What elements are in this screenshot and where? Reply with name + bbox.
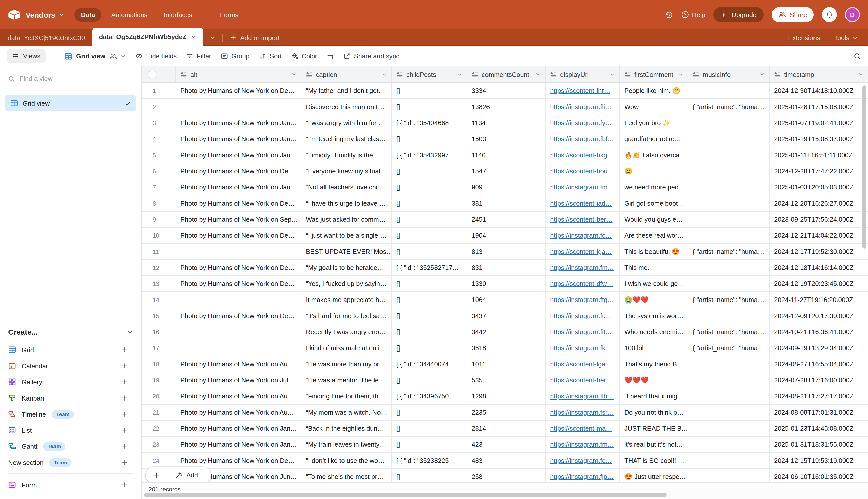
- plus-icon[interactable]: [121, 346, 128, 353]
- cell-displayUrl[interactable]: https://scontent-hou…: [546, 163, 620, 179]
- cell-musicInfo[interactable]: [688, 356, 770, 372]
- cell-timestamp[interactable]: 2024-12-09T20:17:30.000Z: [770, 308, 868, 324]
- column-header-commentsCount[interactable]: commentsCount: [467, 66, 546, 82]
- table-tab-active[interactable]: data_Og5Zq6ZPNhWb5ydeZ: [92, 28, 203, 46]
- table-row[interactable]: 19Photo by Humans of New York on Jul…“He…: [142, 373, 868, 388]
- cell-alt[interactable]: Photo by Humans of New York on Jan…: [176, 131, 301, 147]
- table-row[interactable]: 7Photo by Humans of New York on Jan…“Not…: [142, 179, 868, 195]
- table-row[interactable]: 15Photo by Humans of New York on De…“It’…: [142, 308, 868, 324]
- cell-displayUrl[interactable]: https://scontent-ber…: [546, 373, 620, 388]
- table-row[interactable]: 3Photo by Humans of New York on Jan…“I w…: [142, 115, 868, 131]
- cell-caption[interactable]: “He was a mentor. The le…: [301, 373, 392, 388]
- cell-commentsCount[interactable]: 1011: [467, 356, 546, 372]
- cell-caption[interactable]: “I’m teaching my last clas…: [301, 131, 392, 147]
- cell-childPosts[interactable]: []: [392, 99, 467, 114]
- cell-musicInfo[interactable]: [688, 115, 770, 131]
- cell-timestamp[interactable]: 2024-12-19T20:23:45.000Z: [770, 276, 868, 291]
- cell-caption[interactable]: “Finding time for them, th…: [301, 388, 392, 404]
- cell-alt[interactable]: Photo by Humans of New York on Au…: [176, 388, 301, 404]
- chevron-down-icon[interactable]: [535, 72, 541, 77]
- cell-musicInfo[interactable]: { "artist_name": "huma…: [688, 244, 770, 259]
- table-row[interactable]: 5Photo by Humans of New York on Jan…“Tim…: [142, 147, 868, 163]
- column-header-childPosts[interactable]: childPosts: [392, 66, 467, 82]
- cell-firstComment[interactable]: This me.: [620, 260, 688, 276]
- cell-musicInfo[interactable]: [688, 469, 770, 483]
- table-row[interactable]: 21Photo by Humans of New York on Au…“My …: [142, 404, 868, 421]
- airtable-logo-icon[interactable]: [8, 9, 21, 20]
- cell-commentsCount[interactable]: 3618: [467, 340, 546, 356]
- cell-musicInfo[interactable]: [688, 179, 770, 195]
- cell-displayUrl[interactable]: https://instagram.fbf…: [546, 131, 620, 147]
- find-view-input[interactable]: Find a view: [8, 72, 133, 89]
- column-header-musicInfo[interactable]: musicInfo: [688, 66, 770, 82]
- table-row[interactable]: 14It makes me appreciate h…[]1064https:/…: [142, 292, 868, 308]
- cell-displayUrl[interactable]: https://scontent-dfw…: [546, 276, 620, 291]
- cell-caption[interactable]: “Back in the eighties dun…: [301, 421, 392, 436]
- cell-alt[interactable]: Photo by Humans of New York on Jan…: [176, 179, 301, 195]
- cell-timestamp[interactable]: 2024-09-19T13:29:34.000Z: [770, 340, 868, 356]
- cell-commentsCount[interactable]: 2814: [467, 421, 546, 436]
- cell-firstComment[interactable]: Are these real wor…: [620, 228, 688, 243]
- table-row[interactable]: 4Photo by Humans of New York on Jan…“I’m…: [142, 131, 868, 147]
- vertical-scrollbar[interactable]: [863, 85, 867, 249]
- plus-icon[interactable]: [121, 411, 128, 417]
- plus-icon[interactable]: [121, 378, 128, 386]
- plus-icon[interactable]: [121, 443, 128, 450]
- cell-timestamp[interactable]: 2025-01-31T18:31:55.000Z: [770, 437, 868, 452]
- chevron-down-icon[interactable]: [858, 72, 864, 77]
- cell-firstComment[interactable]: People like him. 😬: [620, 83, 688, 98]
- cell-displayUrl[interactable]: https://instagram.fk…: [546, 340, 620, 356]
- cell-alt[interactable]: Photo by Humans of New York on De…: [176, 228, 301, 243]
- cell-commentsCount[interactable]: 813: [467, 244, 546, 259]
- cell-firstComment[interactable]: Feel you bro ✨: [620, 115, 688, 131]
- column-header-alt[interactable]: alt: [176, 66, 301, 82]
- cell-childPosts[interactable]: [ { "id": "34440074…: [392, 356, 467, 372]
- cell-firstComment[interactable]: 100 lol: [620, 340, 688, 356]
- add-or-import-button[interactable]: Add or import: [223, 29, 287, 46]
- cell-commentsCount[interactable]: 1140: [467, 147, 546, 163]
- plus-icon[interactable]: [121, 394, 128, 402]
- cell-caption[interactable]: “To me she’s the most pr…: [301, 469, 392, 483]
- cell-firstComment[interactable]: Do you not think p…: [620, 404, 688, 420]
- views-button[interactable]: Views: [7, 49, 46, 63]
- cell-childPosts[interactable]: [ { "id": "35404668…: [392, 115, 467, 131]
- cell-displayUrl[interactable]: https://instagram.fm…: [546, 179, 620, 195]
- cell-displayUrl[interactable]: https://scontent-iad…: [546, 195, 620, 211]
- cell-alt[interactable]: [176, 244, 301, 259]
- avatar[interactable]: D: [845, 7, 860, 22]
- table-row[interactable]: 8Photo by Humans of New York on De…“I ha…: [142, 195, 868, 211]
- table-row[interactable]: 16Recently I was angry eno…[]3442https:/…: [142, 324, 868, 340]
- cell-childPosts[interactable]: []: [392, 421, 467, 436]
- table-row[interactable]: 2Discovered this man on t…[]13826https:/…: [142, 99, 868, 115]
- cell-commentsCount[interactable]: 1134: [467, 115, 546, 131]
- create-item-grid[interactable]: Grid: [8, 342, 133, 358]
- chevron-down-icon[interactable]: [610, 72, 615, 77]
- cell-timestamp[interactable]: 2024-11-27T19:16:20.000Z: [770, 292, 868, 307]
- cell-firstComment[interactable]: we need more peo…: [620, 179, 688, 195]
- add-with-ai-button[interactable]: Add...: [167, 467, 211, 484]
- column-header-firstComment[interactable]: firstComment: [620, 66, 688, 82]
- cell-alt[interactable]: Photo by Humans of New York on Jan…: [176, 437, 301, 452]
- share-and-sync-button[interactable]: Share and sync: [343, 52, 399, 60]
- cell-firstComment[interactable]: Who needs enemi…: [620, 324, 688, 340]
- cell-timestamp[interactable]: 2024-06-10T16:01:35.000Z: [770, 469, 868, 483]
- cell-caption[interactable]: BEST UPDATE EVER! Mos…: [301, 244, 392, 259]
- table-row[interactable]: 12Photo by Humans of New York on De…“My …: [142, 260, 868, 276]
- table-row[interactable]: 25Photo by Humans of New York on Jun…“To…: [142, 469, 868, 483]
- cell-childPosts[interactable]: []: [392, 211, 467, 227]
- cell-childPosts[interactable]: []: [392, 83, 467, 98]
- cell-timestamp[interactable]: 2024-08-27T16:55:04.000Z: [770, 356, 868, 372]
- cell-caption[interactable]: “Yes, I fucked up by sayin…: [301, 276, 392, 291]
- cell-firstComment[interactable]: 🔥👏 I also overca…: [620, 147, 688, 163]
- horizontal-scrollbar[interactable]: [144, 493, 667, 497]
- create-item-timeline[interactable]: Timeline Team: [8, 406, 133, 422]
- cell-timestamp[interactable]: 2024-12-17T19:52:30.000Z: [770, 244, 868, 259]
- cell-commentsCount[interactable]: 258: [467, 469, 546, 483]
- cell-childPosts[interactable]: [ { "id": "35238225…: [392, 453, 467, 468]
- upgrade-button[interactable]: Upgrade: [714, 7, 764, 22]
- cell-displayUrl[interactable]: https://scontent-lga…: [546, 356, 620, 372]
- cell-musicInfo[interactable]: [688, 131, 770, 147]
- cell-caption[interactable]: I kind of miss male attenti…: [301, 340, 392, 356]
- cell-commentsCount[interactable]: 423: [467, 437, 546, 452]
- cell-childPosts[interactable]: []: [392, 131, 467, 147]
